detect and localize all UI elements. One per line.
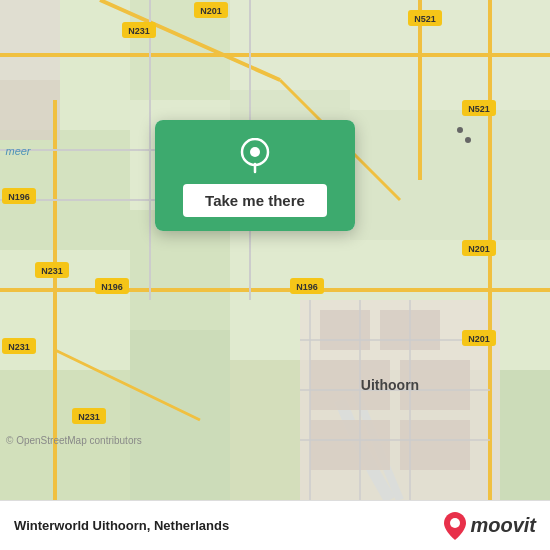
svg-point-74 — [457, 127, 463, 133]
location-info: Winterworld Uithoorn, Netherlands — [14, 518, 229, 533]
popup-green-area: Take me there — [155, 120, 355, 231]
moovit-logo: moovit — [444, 512, 536, 540]
svg-point-77 — [250, 147, 260, 157]
svg-rect-18 — [450, 110, 550, 240]
svg-point-78 — [450, 518, 460, 528]
svg-text:N521: N521 — [414, 14, 436, 24]
svg-rect-9 — [230, 0, 350, 90]
svg-text:N196: N196 — [296, 282, 318, 292]
svg-text:Uithoorn: Uithoorn — [361, 377, 419, 393]
svg-text:N201: N201 — [468, 244, 490, 254]
location-name: Winterworld Uithoorn, Netherlands — [14, 518, 229, 533]
moovit-pin-icon — [444, 512, 466, 540]
svg-text:N231: N231 — [8, 342, 30, 352]
svg-text:N231: N231 — [78, 412, 100, 422]
svg-rect-8 — [130, 330, 230, 500]
svg-text:meer: meer — [5, 145, 31, 157]
svg-text:N196: N196 — [101, 282, 123, 292]
map-container: N201 N231 N521 N521 N196 N231 N196 N196 … — [0, 0, 550, 500]
take-me-there-button[interactable]: Take me there — [183, 184, 327, 217]
svg-rect-22 — [320, 310, 370, 350]
svg-text:N231: N231 — [41, 266, 63, 276]
map-svg: N201 N231 N521 N521 N196 N231 N196 N196 … — [0, 0, 550, 500]
svg-text:N196: N196 — [8, 192, 30, 202]
bottom-bar: Winterworld Uithoorn, Netherlands moovit — [0, 500, 550, 550]
svg-text:N231: N231 — [128, 26, 150, 36]
svg-text:N521: N521 — [468, 104, 490, 114]
svg-text:N201: N201 — [468, 334, 490, 344]
svg-text:N201: N201 — [200, 6, 222, 16]
svg-rect-28 — [0, 0, 60, 80]
moovit-text: moovit — [470, 514, 536, 537]
svg-rect-14 — [350, 110, 450, 240]
osm-credit: © OpenStreetMap contributors — [6, 435, 142, 446]
svg-point-75 — [465, 137, 471, 143]
location-pin-icon — [237, 138, 273, 174]
popup-card: Take me there — [155, 120, 355, 231]
svg-rect-29 — [0, 80, 60, 140]
svg-rect-26 — [310, 420, 390, 470]
